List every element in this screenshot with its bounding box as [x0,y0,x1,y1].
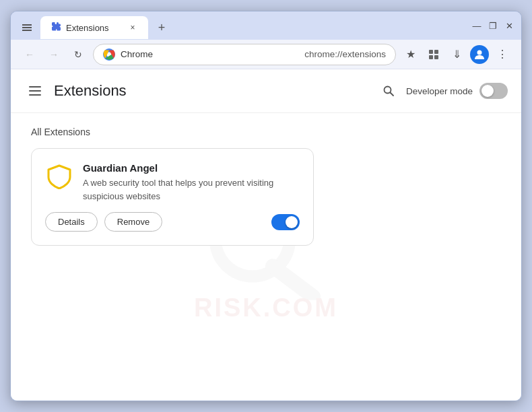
section-title: All Extensions [31,127,501,137]
remove-button[interactable]: Remove [104,212,162,232]
extension-description: A web security tool that helps you preve… [83,176,300,203]
address-bar: ← → ↻ Chrome chrome://extensions ★ [11,40,521,69]
minimize-button[interactable]: — [471,20,482,31]
extension-card-header: Guardian Angel A web security tool that … [45,162,300,203]
extension-card: Guardian Angel A web security tool that … [31,148,314,246]
extension-card-footer: Details Remove [45,212,300,232]
chrome-menu-button[interactable] [18,18,36,37]
dropdown-icon [22,24,32,31]
svg-rect-4 [429,55,433,59]
browser-window: Extensions × + — ❐ ✕ ← → ↻ [10,11,522,401]
address-actions: ★ ⇓ ⋮ [401,45,512,64]
details-button[interactable]: Details [45,212,98,232]
svg-line-8 [390,93,393,96]
extension-icon [45,162,73,191]
hamburger-button[interactable] [24,80,46,102]
developer-mode-label: Developer mode [406,86,473,96]
watermark-text: RISK.COM [194,293,338,322]
url-favicon [103,48,115,61]
page-title: Extensions [54,82,370,100]
page-content: Extensions Developer mode [11,69,521,401]
profile-button[interactable] [470,45,489,64]
tab-favicon [50,22,61,33]
menu-dots-button[interactable]: ⋮ [493,45,512,64]
extensions-main: RISK.COM All Extensions Guardian Angel A… [11,113,521,401]
extension-name: Guardian Angel [83,162,300,174]
window-controls: — ❐ ✕ [471,20,514,35]
url-brand: Chrome [121,49,296,59]
download-button[interactable]: ⇓ [447,45,466,64]
chrome-logo [103,48,115,61]
svg-point-6 [477,50,482,55]
extensions-header: Extensions Developer mode [11,69,521,113]
profile-icon [474,49,485,60]
svg-line-10 [273,266,313,296]
extensions-icon [428,48,440,61]
bookmark-button[interactable]: ★ [401,45,420,64]
puzzle-icon [50,22,61,33]
developer-mode-section: Developer mode [378,80,508,102]
developer-mode-toggle[interactable] [479,83,508,99]
forward-button[interactable]: → [44,45,63,64]
maximize-button[interactable]: ❐ [488,20,498,31]
tab-bar-left: Extensions × + [18,16,171,39]
hamburger-icon [29,86,41,96]
extensions-tab[interactable]: Extensions × [40,16,148,39]
url-text: chrome://extensions [304,49,386,59]
shield-icon [46,164,72,189]
close-button[interactable]: ✕ [504,20,514,31]
tab-label: Extensions [66,23,109,33]
search-button[interactable] [378,80,399,102]
extension-toggle[interactable] [271,214,300,230]
svg-rect-3 [434,50,438,54]
new-tab-button[interactable]: + [152,18,171,37]
svg-rect-2 [429,50,433,54]
title-bar: Extensions × + — ❐ ✕ [11,11,521,40]
back-button[interactable]: ← [20,45,39,64]
extensions-button[interactable] [424,45,443,64]
url-bar[interactable]: Chrome chrome://extensions [93,44,396,65]
extension-info: Guardian Angel A web security tool that … [83,162,300,203]
reload-button[interactable]: ↻ [69,45,88,64]
search-icon [383,85,395,97]
svg-rect-5 [434,55,438,59]
tab-close-button[interactable]: × [127,22,139,34]
